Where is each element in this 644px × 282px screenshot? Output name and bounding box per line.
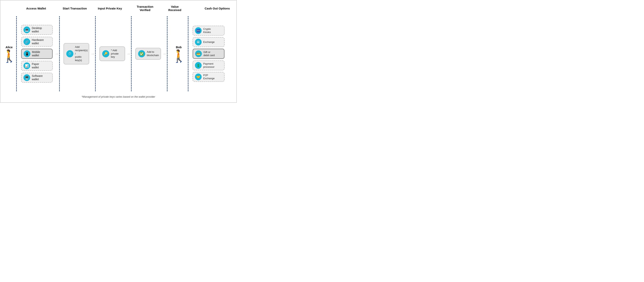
start-transaction-label: Add recipient(s) / public key(s) <box>75 45 88 62</box>
paper-wallet: 📊 Paper wallet <box>21 61 53 71</box>
bob-figure: 🚶 <box>171 50 186 62</box>
bob-label: Bob <box>176 45 182 49</box>
crypto-kiosks-icon: 🏧 <box>195 27 202 34</box>
diagram: Access Wallet Start Transaction Input Pr… <box>2 4 234 98</box>
input-private-key-box: 🔑 * Add private key <box>100 46 125 61</box>
software-wallet-icon: 🖥️ <box>24 74 30 81</box>
cash-out-header: Cash Out Options <box>200 4 235 14</box>
desktop-wallet: 💻 Desktop wallet <box>21 25 53 35</box>
p2p-exchange: 🤝 P2P Exchange <box>192 72 224 82</box>
transaction-verified-icon: ✅ <box>138 50 145 57</box>
crypto-kiosks-label: Crypto Kiosks <box>203 28 211 34</box>
start-transaction-box: ⏱ Add recipient(s) / public key(s) <box>64 43 89 64</box>
start-transaction-icon: ⏱ <box>66 50 74 57</box>
transaction-verified-col: ✅ Add to blockchain <box>134 48 162 60</box>
input-private-key-header: Input Private Key <box>96 4 124 14</box>
cashout-column: 🏧 Crypto Kiosks 🏛 Exchange 💳 Gift or deb… <box>191 25 226 83</box>
footnote: *Management of private keys varies based… <box>82 95 155 98</box>
value-received-header: Value Received <box>166 4 184 14</box>
p2p-exchange-label: P2P Exchange <box>203 74 215 80</box>
input-private-key-icon: 🔑 <box>102 50 109 57</box>
gift-debit-card-icon: 💳 <box>195 50 202 57</box>
transaction-verified-label: Add to blockchain <box>147 50 159 57</box>
payment-processor: 💲 Payment processor <box>192 60 224 70</box>
arrow-4: → <box>162 52 166 56</box>
transaction-verified-header: Transaction Verified <box>131 4 159 14</box>
mobile-wallet-icon: 📱 <box>24 50 30 57</box>
access-wallet-header: Access Wallet <box>18 4 54 14</box>
p2p-exchange-icon: 🤝 <box>195 74 202 80</box>
paper-wallet-label: Paper wallet <box>32 62 39 69</box>
hardware-wallet-icon: 🔗 <box>24 38 30 45</box>
input-private-key-col: 🔑 * Add private key <box>98 46 126 61</box>
mobile-wallet: 📱 Mobile wallet <box>21 49 53 59</box>
desktop-wallet-icon: 💻 <box>24 27 30 33</box>
divider-3 <box>95 16 98 91</box>
exchange-label: Exchange <box>203 41 215 44</box>
divider-6 <box>188 16 190 91</box>
divider-1 <box>16 16 19 91</box>
exchange-icon: 🏛 <box>195 39 202 45</box>
hardware-wallet-label: Hardware wallet <box>32 38 44 45</box>
divider-4 <box>131 16 134 91</box>
paper-wallet-icon: 📊 <box>24 62 30 69</box>
crypto-kiosks: 🏧 Crypto Kiosks <box>192 26 224 36</box>
software-wallet-label: Software wallet <box>32 74 42 81</box>
arrow-3: → <box>126 52 130 56</box>
input-private-key-label: * Add private key <box>111 49 122 59</box>
alice-label: Alice <box>6 45 13 49</box>
exchange: 🏛 Exchange <box>192 37 224 47</box>
hardware-wallet: 🔗 Hardware wallet <box>21 37 53 47</box>
start-transaction-header: Start Transaction <box>61 4 89 14</box>
start-transaction-col: ⏱ Add recipient(s) / public key(s) <box>62 43 90 64</box>
divider-5 <box>167 16 170 91</box>
payment-processor-label: Payment processor <box>203 62 214 68</box>
mobile-wallet-label: Mobile wallet <box>32 50 40 57</box>
gift-debit-card-label: Gift or debit card <box>204 51 215 57</box>
arrow-2: → <box>90 52 95 56</box>
software-wallet: 🖥️ Software wallet <box>21 73 53 83</box>
gift-debit-card: 💳 Gift or debit card <box>192 49 224 59</box>
arrow-1: → <box>54 52 59 56</box>
divider-2 <box>59 16 62 91</box>
transaction-verified-box: ✅ Add to blockchain <box>135 48 161 60</box>
payment-processor-icon: 💲 <box>195 62 202 69</box>
desktop-wallet-label: Desktop wallet <box>32 27 42 33</box>
alice-figure: 🚶 <box>2 50 17 62</box>
wallet-column: 💻 Desktop wallet 🔗 Hardware wallet 📱 Mob… <box>19 24 54 84</box>
